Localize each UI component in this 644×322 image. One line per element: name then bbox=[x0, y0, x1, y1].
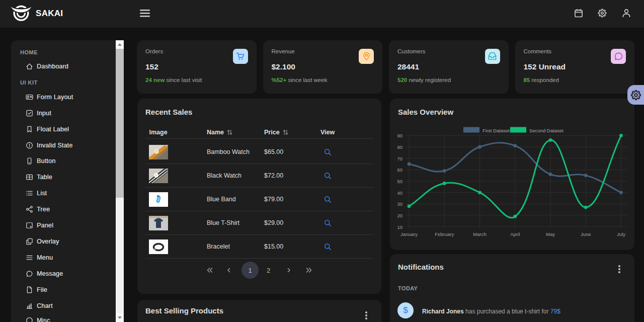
svg-text:80: 80 bbox=[397, 144, 403, 150]
svg-text:30: 30 bbox=[397, 201, 403, 207]
svg-text:March: March bbox=[473, 231, 486, 237]
svg-text:20: 20 bbox=[397, 213, 403, 218]
svg-text:40: 40 bbox=[397, 190, 403, 196]
svg-text:April: April bbox=[510, 231, 520, 237]
svg-text:July: July bbox=[617, 231, 625, 237]
svg-text:10: 10 bbox=[397, 224, 403, 230]
svg-text:50: 50 bbox=[397, 179, 403, 184]
svg-text:90: 90 bbox=[397, 133, 403, 138]
svg-text:First Dataset: First Dataset bbox=[482, 128, 510, 133]
svg-text:May: May bbox=[546, 231, 555, 237]
svg-text:Second Dataset: Second Dataset bbox=[529, 128, 564, 133]
svg-text:February: February bbox=[435, 231, 454, 237]
svg-text:60: 60 bbox=[397, 167, 403, 173]
svg-text:70: 70 bbox=[397, 156, 403, 162]
svg-text:January: January bbox=[400, 231, 418, 237]
svg-text:June: June bbox=[581, 231, 591, 237]
